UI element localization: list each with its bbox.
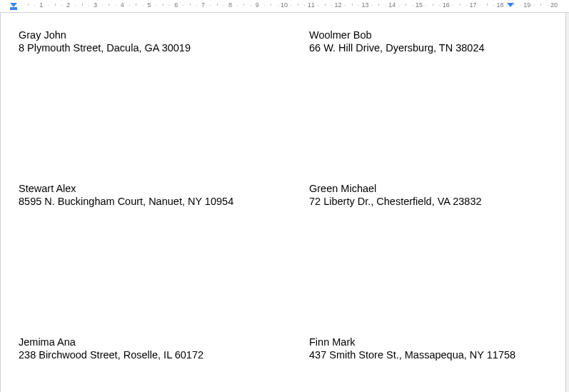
address-label: Green Michael 72 Liberty Dr., Chesterfie…	[309, 182, 482, 208]
ruler-number: 10	[281, 1, 288, 9]
label-name: Green Michael	[309, 182, 482, 195]
label-address: 8595 N. Buckingham Court, Nanuet, NY 109…	[19, 195, 233, 208]
label-name: Stewart Alex	[19, 182, 233, 195]
address-label: Jemima Ana 238 Birchwood Street, Roselle…	[19, 336, 203, 361]
address-label: Finn Mark 437 Smith Store St., Massapequ…	[309, 336, 515, 361]
label-name: Gray John	[19, 29, 191, 41]
ruler-number: 9	[256, 1, 259, 9]
address-label: Gray John 8 Plymouth Street, Dacula, GA …	[19, 29, 191, 54]
ruler-number: 12	[335, 1, 342, 9]
ruler-number: 1	[39, 1, 43, 9]
ruler-number: 4	[121, 1, 124, 9]
ruler-number: 13	[361, 1, 368, 9]
label-address: 72 Liberty Dr., Chesterfield, VA 23832	[309, 195, 482, 208]
right-indent-marker[interactable]	[507, 3, 514, 7]
ruler-number: 3	[94, 1, 97, 9]
address-label: Stewart Alex 8595 N. Buckingham Court, N…	[19, 182, 233, 208]
label-name: Woolmer Bob	[309, 29, 485, 41]
ruler-number: 17	[470, 1, 477, 9]
label-address: 238 Birchwood Street, Roselle, IL 60172	[19, 348, 203, 361]
ruler-number: 7	[201, 1, 205, 9]
ruler-marks: 1234567891011121314151617181920	[14, 0, 569, 12]
ruler-number: 16	[443, 1, 450, 9]
document-page: Gray John 8 Plymouth Street, Dacula, GA …	[0, 13, 566, 392]
ruler-number: 8	[228, 1, 232, 9]
ruler-number: 18	[496, 1, 503, 9]
label-address: 8 Plymouth Street, Dacula, GA 30019	[19, 41, 191, 54]
address-label: Woolmer Bob 66 W. Hill Drive, Dyersburg,…	[309, 29, 485, 54]
horizontal-ruler[interactable]: 1234567891011121314151617181920	[0, 0, 569, 13]
label-name: Finn Mark	[309, 336, 515, 348]
ruler-number: 2	[66, 1, 70, 9]
label-name: Jemima Ana	[19, 336, 203, 348]
ruler-number: 15	[416, 1, 423, 9]
ruler-number: 14	[388, 1, 396, 9]
ruler-number: 5	[147, 1, 151, 9]
label-address: 437 Smith Store St., Massapequa, NY 1175…	[309, 348, 515, 361]
ruler-number: 20	[550, 1, 558, 9]
ruler-number: 6	[174, 1, 178, 9]
ruler-number: 11	[308, 1, 315, 9]
ruler-number: 19	[523, 1, 530, 9]
label-address: 66 W. Hill Drive, Dyersburg, TN 38024	[309, 41, 485, 54]
